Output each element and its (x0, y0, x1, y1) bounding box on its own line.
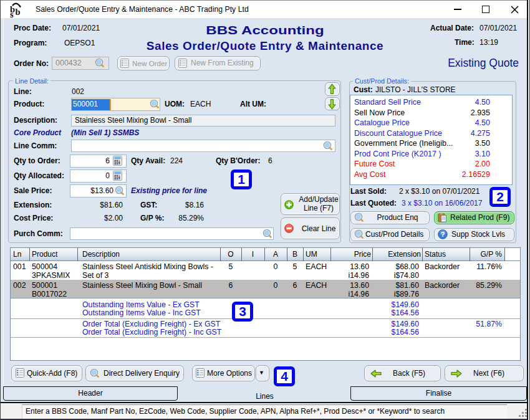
svg-text:b: b (16, 7, 21, 17)
svg-text:s: s (10, 9, 14, 19)
